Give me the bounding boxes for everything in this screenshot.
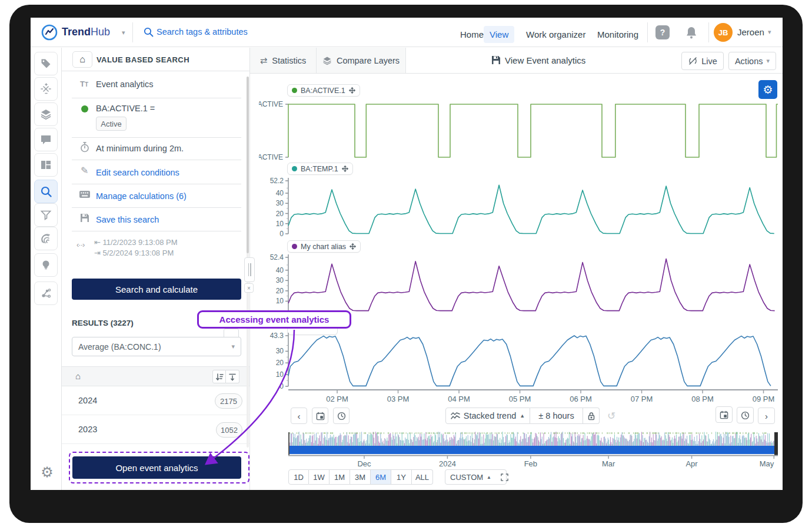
rail-dashboard-button[interactable]: [34, 153, 58, 177]
series-label: BA:TEMP.1: [301, 165, 338, 173]
funnel-icon: [40, 209, 52, 221]
date-to[interactable]: ⇥ 5/2/2024 9:13:08 PM: [94, 249, 174, 257]
search-icon: [143, 26, 154, 38]
calendar-right-button[interactable]: [716, 406, 733, 423]
range-1d[interactable]: 1D: [288, 469, 309, 485]
chart-chip-alias[interactable]: My chart alias: [287, 240, 361, 253]
chart-chip-temp[interactable]: BA:TEMP.1: [287, 163, 353, 175]
analytics-title[interactable]: Event analytics: [96, 80, 154, 89]
trend-chart-active[interactable]: ACTIVEINACTIVE: [259, 97, 780, 164]
avatar[interactable]: JB: [714, 23, 733, 42]
help-icon[interactable]: ?: [655, 25, 670, 39]
lock-button[interactable]: [583, 408, 600, 424]
rail-fingerprint-button[interactable]: [34, 227, 58, 250]
custom-range-button[interactable]: CUSTOM ▲: [445, 469, 507, 485]
svg-text:09 PM: 09 PM: [753, 395, 775, 403]
save-search-link[interactable]: Save this search: [96, 215, 159, 224]
svg-text:02 PM: 02 PM: [326, 395, 348, 403]
layers-icon: [322, 56, 332, 65]
rail-calculations-button[interactable]: [34, 77, 58, 101]
tab-statistics[interactable]: ⇄ Statistics: [250, 48, 317, 73]
expand-range-icon[interactable]: [501, 473, 508, 481]
rail-ml-button[interactable]: [34, 281, 58, 305]
series-dot: [292, 166, 297, 171]
range-6m[interactable]: 6M: [371, 469, 391, 485]
chart-settings-button[interactable]: ⚙: [758, 80, 777, 99]
trend-chart-conc[interactable]: 43.33020100: [259, 332, 780, 392]
clock-left-button[interactable]: [333, 408, 350, 424]
toolbar-border: [250, 73, 783, 74]
range-1w[interactable]: 1W: [309, 469, 330, 485]
save-icon: [80, 213, 89, 223]
svg-text:0: 0: [279, 230, 284, 237]
nav-view[interactable]: View: [484, 26, 514, 43]
rail-tags-button[interactable]: [34, 52, 58, 75]
svg-text:2024: 2024: [439, 459, 456, 468]
history-button[interactable]: ↺: [603, 408, 620, 424]
search-input[interactable]: Search tags & attributes: [157, 27, 248, 37]
trend-chart-alias[interactable]: 52.440302010: [259, 253, 780, 316]
range-1m[interactable]: 1M: [330, 469, 350, 485]
panel-close-button[interactable]: ×: [244, 283, 254, 293]
clock-right-button[interactable]: [737, 407, 754, 423]
panel-scrollbar-thumb[interactable]: [247, 77, 249, 253]
svg-text:INACTIVE: INACTIVE: [259, 153, 283, 161]
search-and-calculate-button[interactable]: Search and calculate: [72, 279, 241, 300]
condition-value-chip[interactable]: Active: [96, 117, 127, 131]
lock-icon: [587, 412, 595, 420]
aggregate-select[interactable]: Average (BA:CONC.1) ▾: [72, 337, 241, 356]
condition-tag-label[interactable]: BA:ACTIVE.1 =: [96, 104, 155, 113]
view-title: View Event analytics: [505, 55, 585, 65]
table-row[interactable]: 2023 1052: [62, 415, 249, 444]
range-end-icon: ⇥: [94, 249, 103, 257]
date-from[interactable]: ⇤ 11/2/2023 9:13:08 PM: [94, 238, 177, 247]
calendar-left-button[interactable]: [312, 408, 328, 424]
rail-filter-button[interactable]: [34, 203, 58, 227]
range-1y[interactable]: 1Y: [391, 469, 412, 485]
notifications-bell-icon[interactable]: [685, 25, 698, 39]
sort-value-button[interactable]: [226, 370, 239, 383]
nav-monitoring[interactable]: Monitoring: [591, 26, 644, 43]
move-icon[interactable]: [349, 87, 355, 94]
splitter-handle[interactable]: [244, 257, 255, 282]
sort-order-button[interactable]: [212, 370, 226, 383]
trend-type-select[interactable]: Stacked trend ▲: [445, 408, 530, 424]
user-chevron-icon[interactable]: ▾: [768, 28, 771, 36]
rail-search-button[interactable]: [34, 180, 58, 203]
live-button[interactable]: Live: [681, 52, 724, 70]
pan-left-button[interactable]: ‹: [291, 408, 307, 424]
home-button[interactable]: ⌂: [72, 51, 92, 68]
rail-comments-button[interactable]: [34, 128, 58, 151]
table-row[interactable]: 2024 2175: [62, 386, 249, 415]
panel-header: ⌂ VALUE BASED SEARCH: [62, 48, 249, 71]
stacked-trend-icon: [451, 412, 460, 420]
dashboard-icon: [40, 159, 52, 171]
manage-calculations-link[interactable]: Manage calculations (6): [96, 191, 187, 201]
pan-right-button[interactable]: ›: [758, 408, 775, 424]
chart-chip-active[interactable]: BA:ACTIVE.1: [287, 84, 360, 97]
brand-chevron-icon[interactable]: ▾: [122, 29, 125, 37]
edit-conditions-link[interactable]: Edit search conditions: [96, 168, 179, 177]
svg-text:30: 30: [276, 199, 284, 207]
rail-layers-button[interactable]: [34, 102, 58, 126]
move-icon[interactable]: [342, 165, 348, 172]
open-event-analytics-button[interactable]: Open event analytics: [72, 456, 241, 479]
divider: [72, 137, 241, 138]
nav-work-organizer[interactable]: Work organizer: [520, 26, 591, 43]
move-icon[interactable]: [350, 243, 356, 250]
duration-label[interactable]: At minimum during 2m.: [96, 144, 184, 153]
timeline-overview[interactable]: [288, 432, 778, 456]
actions-button[interactable]: Actions ▾: [728, 52, 776, 70]
range-3m[interactable]: 3M: [350, 469, 371, 485]
tab-compare-layers[interactable]: Compare Layers: [317, 48, 406, 73]
trend-chart-temp[interactable]: 52.2403020100: [259, 177, 780, 237]
divider: [72, 98, 241, 98]
settings-gear-icon[interactable]: ⚙: [35, 461, 59, 484]
clock-icon: [337, 412, 346, 420]
lightbulb-icon: [40, 259, 52, 271]
window-duration-button[interactable]: ± 8 hours: [530, 408, 583, 424]
rail-recommendations-button[interactable]: [34, 253, 58, 277]
user-name[interactable]: Jeroen: [737, 27, 764, 37]
brand-name[interactable]: TrendHub: [62, 26, 110, 38]
range-all[interactable]: ALL: [412, 469, 433, 485]
